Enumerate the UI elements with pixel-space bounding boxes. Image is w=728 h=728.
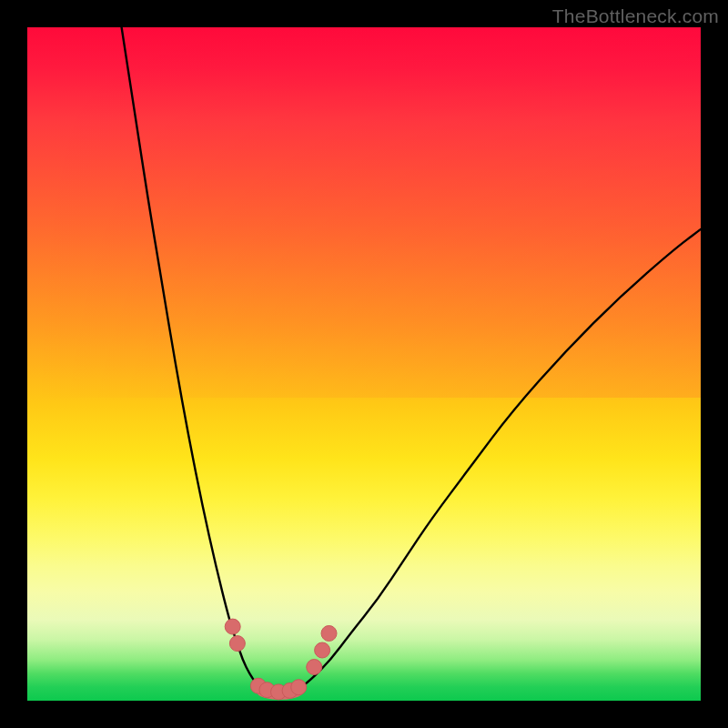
chart-frame: TheBottleneck.com: [0, 0, 728, 728]
watermark-text: TheBottleneck.com: [552, 5, 719, 27]
right-marker-3: [321, 626, 337, 642]
left-marker-2: [229, 636, 245, 652]
right-marker-1: [307, 660, 322, 675]
right-marker-2: [315, 642, 330, 658]
plot-area: [27, 27, 701, 701]
left-curve: [122, 27, 263, 691]
right-curve: [297, 229, 701, 691]
floor-marker-5: [291, 680, 307, 695]
left-marker-1: [225, 619, 240, 634]
curve-layer: [27, 27, 701, 701]
